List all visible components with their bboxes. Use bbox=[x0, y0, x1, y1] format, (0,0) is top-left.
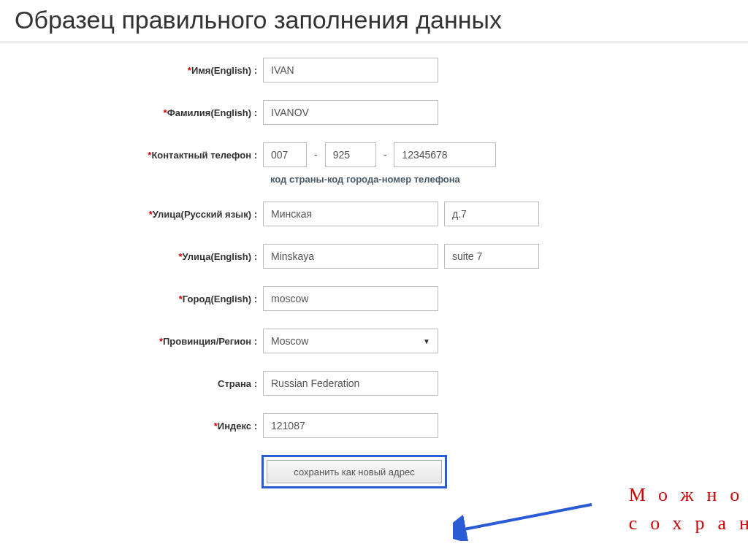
save-button-highlight: сохранить как новый адрес bbox=[262, 455, 447, 488]
row-phone: *Контактный телефон : - - bbox=[0, 142, 748, 168]
annotation-line2: сохран bbox=[629, 509, 748, 537]
phone-dash: - bbox=[382, 149, 389, 161]
phone-number-input[interactable] bbox=[394, 142, 496, 167]
region-select-value: Moscow bbox=[271, 335, 308, 347]
annotation-line1: Можно bbox=[629, 480, 748, 509]
save-button[interactable]: сохранить как новый адрес bbox=[267, 460, 442, 483]
phone-country-input[interactable] bbox=[263, 142, 307, 167]
phone-dash: - bbox=[313, 149, 319, 161]
label-city: *Город(English) : bbox=[0, 294, 263, 304]
row-postal: *Индекс : bbox=[0, 413, 748, 439]
surname-input[interactable] bbox=[263, 100, 438, 125]
row-country: Страна : bbox=[0, 370, 748, 396]
row-name: *Имя(English) : bbox=[0, 57, 748, 83]
name-input[interactable] bbox=[263, 58, 438, 83]
annotation-arrow-icon bbox=[453, 497, 599, 541]
region-select[interactable]: Moscow ▼ bbox=[263, 329, 438, 353]
phone-city-input[interactable] bbox=[325, 142, 376, 167]
country-input[interactable] bbox=[263, 371, 438, 396]
postal-input[interactable] bbox=[263, 413, 438, 438]
label-region: *Провинция/Регион : bbox=[0, 336, 263, 347]
label-name: *Имя(English) : bbox=[0, 65, 263, 76]
page-title: Образец правильного заполнения данных bbox=[0, 0, 748, 42]
label-street-en: *Улица(English) : bbox=[0, 251, 263, 262]
label-street-ru: *Улица(Русский язык) : bbox=[0, 209, 263, 220]
city-input[interactable] bbox=[263, 286, 438, 311]
chevron-down-icon: ▼ bbox=[423, 337, 430, 345]
svg-line-1 bbox=[460, 505, 592, 530]
label-country: Страна : bbox=[0, 378, 263, 389]
row-region: *Провинция/Регион : Moscow ▼ bbox=[0, 328, 748, 354]
label-postal: *Индекс : bbox=[0, 421, 263, 431]
street-en-suite-input[interactable] bbox=[444, 244, 539, 269]
label-surname: *Фамилия(English) : bbox=[0, 107, 263, 118]
street-en-input[interactable] bbox=[263, 244, 438, 269]
phone-hint: код страны-код города-номер телефона bbox=[270, 174, 748, 185]
row-street-en: *Улица(English) : bbox=[0, 243, 748, 269]
row-street-ru: *Улица(Русский язык) : bbox=[0, 201, 748, 227]
label-phone: *Контактный телефон : bbox=[0, 150, 263, 161]
row-city: *Город(English) : bbox=[0, 285, 748, 312]
form-panel: *Имя(English) : *Фамилия(English) : *Кон… bbox=[0, 42, 748, 488]
street-ru-suite-input[interactable] bbox=[444, 202, 539, 226]
annotation-text: Можно сохран bbox=[629, 480, 748, 537]
street-ru-input[interactable] bbox=[263, 202, 438, 226]
row-surname: *Фамилия(English) : bbox=[0, 99, 748, 126]
